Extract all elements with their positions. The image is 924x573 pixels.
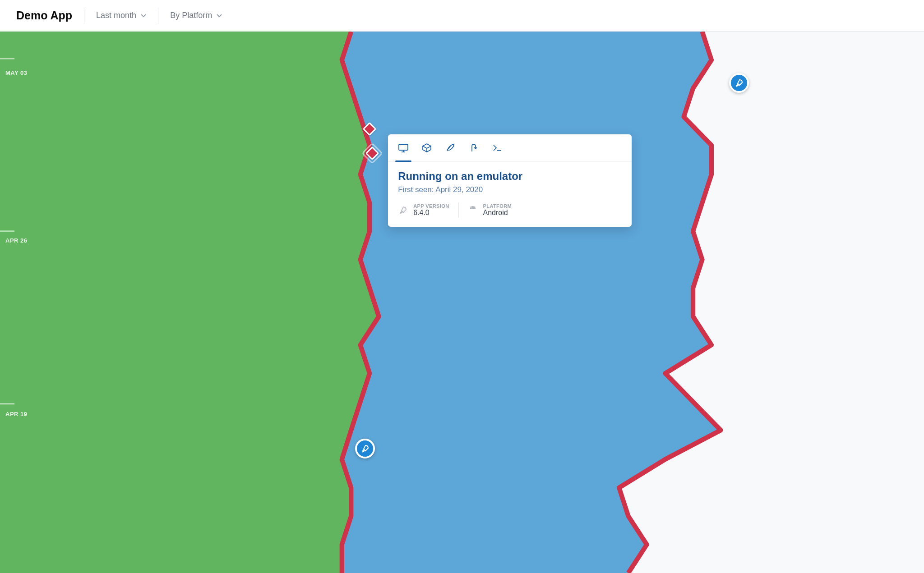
meta-platform: PLATFORM Android [468, 203, 512, 217]
event-popover: Running on an emulator First seen: April… [388, 134, 632, 227]
chart-area[interactable]: MAY 03 APR 26 APR 19 [0, 32, 924, 573]
rocket-icon [360, 444, 370, 454]
release-marker[interactable] [355, 439, 375, 458]
header-bar: Demo App Last month By Platform [0, 0, 924, 32]
chevron-down-icon [217, 13, 222, 18]
uturn-icon [468, 142, 479, 153]
tab-device[interactable] [398, 142, 409, 161]
tab-package[interactable] [421, 142, 432, 161]
group-by-dropdown[interactable]: By Platform [170, 11, 222, 20]
svg-point-8 [473, 208, 474, 209]
meta-app-version: APP VERSION 6.4.0 [398, 203, 449, 217]
popover-tabs [388, 134, 632, 162]
feather-icon [445, 142, 456, 153]
svg-rect-4 [399, 144, 408, 150]
rocket-icon [398, 205, 408, 215]
group-by-label: By Platform [170, 11, 212, 20]
tab-feather[interactable] [445, 142, 456, 161]
app-title: Demo App [16, 9, 72, 22]
popover-title: Running on an emulator [398, 170, 622, 183]
axis-date-label: APR 19 [5, 411, 28, 417]
popover-body: Running on an emulator First seen: April… [388, 162, 632, 227]
app-version-value: 6.4.0 [413, 209, 449, 217]
monitor-icon [398, 142, 409, 153]
stacked-area-chart [0, 32, 924, 573]
axis-date-label: MAY 03 [5, 69, 28, 76]
time-range-dropdown[interactable]: Last month [96, 11, 146, 20]
error-marker-selected[interactable] [365, 147, 379, 160]
rocket-icon [734, 78, 744, 88]
series-green [0, 32, 379, 573]
terminal-icon [492, 142, 503, 153]
divider [84, 8, 84, 24]
svg-point-7 [471, 208, 472, 209]
divider [158, 8, 158, 24]
release-marker[interactable] [729, 73, 749, 93]
app-version-label: APP VERSION [413, 203, 449, 209]
platform-value: Android [483, 209, 512, 217]
time-range-label: Last month [96, 11, 136, 20]
tab-rollback[interactable] [468, 142, 479, 161]
tab-terminal[interactable] [492, 142, 503, 161]
popover-subtitle: First seen: April 29, 2020 [398, 185, 622, 194]
package-icon [421, 142, 432, 153]
android-icon [468, 205, 478, 215]
divider [458, 202, 459, 218]
platform-label: PLATFORM [483, 203, 512, 209]
chevron-down-icon [141, 13, 146, 18]
axis-date-label: APR 26 [5, 237, 28, 244]
